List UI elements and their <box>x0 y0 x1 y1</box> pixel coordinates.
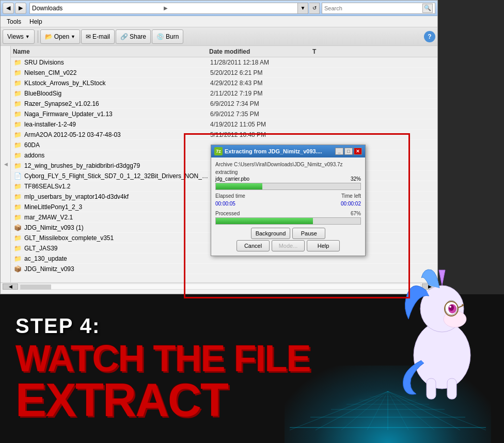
file-icon: 📦 <box>13 265 22 273</box>
file-icon: 📁 <box>13 141 22 149</box>
dialog-times-values: 00:00:05 00:00:02 <box>215 201 361 207</box>
file-icon: 📁 <box>13 69 22 77</box>
help-button[interactable]: ? <box>424 31 435 42</box>
views-button[interactable]: Views ▼ <box>3 29 35 44</box>
svg-point-20 <box>449 305 454 311</box>
table-row[interactable]: 📁 ArmA2OA 2012-05-12 03-47-48-03 5/11/20… <box>11 130 437 140</box>
extract-dialog: 7z Extracting from JDG_Nimitz_v093.... _… <box>211 145 366 256</box>
search-box[interactable]: 🔍 <box>322 3 435 14</box>
dialog-processed-row: Processed 67% <box>215 211 361 216</box>
file-icon: 📦 <box>13 224 22 232</box>
file-icon: 📁 <box>13 255 22 263</box>
search-icon-btn[interactable]: 🔍 <box>422 4 433 13</box>
table-row[interactable]: 📁 Naga_Firmware_Updater_v1.13 6/9/2012 7… <box>11 109 437 119</box>
file-icon: 📁 <box>13 182 22 191</box>
table-row[interactable]: 📁 SRU Divisions 11/28/2011 12:18 AM <box>11 57 437 68</box>
pony-area <box>272 258 504 443</box>
file-icon: 📁 <box>13 100 22 108</box>
burn-icon: 💿 <box>156 33 164 40</box>
table-row[interactable]: 📁 Nielsen_CIM_v022 5/20/2012 6:21 PM <box>11 68 437 78</box>
burn-label: Burn <box>166 33 179 40</box>
file-name: SRU Divisions <box>24 59 210 66</box>
file-name: 60DA <box>24 141 210 149</box>
file-name: BlueBloodSig <box>24 90 210 97</box>
col-name-header[interactable]: Name <box>13 48 209 55</box>
address-dropdown-btn[interactable]: ▼ <box>298 3 308 14</box>
file-icon: 📁 <box>13 213 22 222</box>
file-name: 12_wing_brushes_by_rabidbribri-d3dgg79 <box>24 162 210 169</box>
menu-item-tools[interactable]: Tools <box>3 16 25 27</box>
table-row[interactable]: 📁 BlueBloodSig 2/11/2012 7:19 PM <box>11 88 437 99</box>
file-name: JDG_Nimitz_v093 (1) <box>24 224 210 231</box>
share-label: Share <box>130 33 146 40</box>
cancel-button[interactable]: Cancel <box>237 240 270 251</box>
address-arrow-indicator: ▶ <box>164 5 295 11</box>
dialog-title-buttons: _ □ ✕ <box>335 148 362 155</box>
file-icon: 📄 <box>13 172 22 180</box>
file-name: GLT_Missilebox_complete_v351 <box>24 234 210 242</box>
file-icon: 📁 <box>13 193 22 201</box>
file-icon: 📁 <box>13 110 22 118</box>
dialog-maximize-btn[interactable]: □ <box>344 148 353 155</box>
table-row[interactable]: 📁 lea-installer-1-2-49 4/19/2012 11:05 P… <box>11 119 437 130</box>
file-name: Razer_Synapse2_v1.02.16 <box>24 100 210 107</box>
file-name: ArmA2OA 2012-05-12 03-47-48-03 <box>24 131 210 138</box>
menu-item-help[interactable]: Help <box>25 16 46 27</box>
file-date: 6/9/2012 7:34 PM <box>210 100 313 107</box>
file-icon: 📁 <box>13 89 22 98</box>
dialog-times-labels: Elapsed time Time left <box>215 193 361 199</box>
svg-point-24 <box>462 304 464 306</box>
share-button[interactable]: 🔗 Share <box>116 29 151 44</box>
dialog-close-btn[interactable]: ✕ <box>354 148 362 155</box>
file-name: KLstock_Arrows_by_KLStock <box>24 80 210 87</box>
dialog-current-file: jdg_carrier.pbo <box>215 176 249 182</box>
email-button[interactable]: ✉ E-mail <box>81 29 115 44</box>
open-button[interactable]: 📂 Open ▼ <box>40 29 80 44</box>
back-button[interactable]: ◀ <box>3 3 14 14</box>
scroll-thumb[interactable] <box>20 284 51 290</box>
file-name: ac_130_update <box>24 255 210 262</box>
svg-line-7 <box>316 391 388 430</box>
file-date: 5/11/2012 10:48 PM <box>210 131 313 138</box>
file-name: addons <box>24 152 210 159</box>
toolbar: Views ▼ 📂 Open ▼ ✉ E-mail 🔗 Share 💿 Burn… <box>1 27 437 46</box>
views-label: Views <box>7 33 24 40</box>
search-input[interactable] <box>324 5 422 11</box>
file-name: GLT_JAS39 <box>24 245 210 252</box>
pause-button[interactable]: Pause <box>292 228 325 239</box>
file-icon: 📁 <box>13 151 22 160</box>
explorer-title-bar: ◀ ▶ Downloads ▶ ▼ ↺ 🔍 <box>1 1 437 16</box>
burn-button[interactable]: 💿 Burn <box>152 29 183 44</box>
elapsed-label: Elapsed time <box>215 193 245 199</box>
toolbar-sep-1 <box>38 30 38 43</box>
svg-rect-27 <box>447 378 456 399</box>
mode-button[interactable]: Mode... <box>272 240 305 251</box>
first-progress-container <box>215 183 361 190</box>
forward-button[interactable]: ▶ <box>15 3 26 14</box>
file-name: JDG_Nimitz_v093 <box>24 265 210 273</box>
table-row[interactable]: 📁 KLstock_Arrows_by_KLStock 4/29/2012 8:… <box>11 78 437 88</box>
svg-rect-26 <box>427 378 436 399</box>
refresh-btn[interactable]: ↺ <box>309 3 320 14</box>
file-name: MineLittlePony1_2_3 <box>24 203 210 211</box>
nav-buttons: ◀ ▶ <box>3 3 27 14</box>
file-date: 2/11/2012 7:19 PM <box>210 90 313 97</box>
dialog-minimize-btn[interactable]: _ <box>335 148 343 155</box>
pony-figure <box>396 267 489 402</box>
menu-bar: Tools Help <box>1 16 437 27</box>
col-type-header[interactable]: T <box>312 48 435 55</box>
col-date-header[interactable]: Date modified <box>209 48 312 55</box>
file-icon: 📁 <box>13 162 22 170</box>
dialog-buttons-row-2: Cancel Mode... Help <box>215 240 361 251</box>
file-name: Nielsen_CIM_v022 <box>24 69 210 76</box>
scroll-left-btn[interactable]: ◀ <box>3 283 18 290</box>
address-text: Downloads <box>32 5 164 12</box>
file-icon: 📁 <box>13 58 22 67</box>
table-row[interactable]: 📁 Razer_Synapse2_v1.02.16 6/9/2012 7:34 … <box>11 99 437 109</box>
second-progress-bar <box>216 218 313 224</box>
address-bar[interactable]: Downloads ▶ <box>29 3 298 14</box>
views-arrow: ▼ <box>25 34 30 39</box>
help-dialog-button[interactable]: Help <box>307 240 340 251</box>
file-name: lea-installer-1-2-49 <box>24 121 210 128</box>
background-button[interactable]: Background <box>251 228 291 239</box>
